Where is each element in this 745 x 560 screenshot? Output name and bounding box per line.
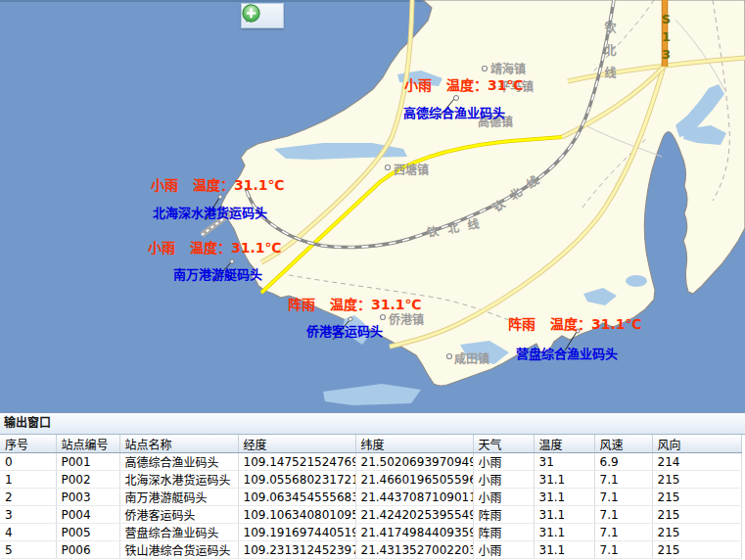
column-header-3[interactable]: 经度 (238, 435, 355, 453)
table-cell: 21.4242025395549 (355, 506, 473, 524)
table-cell: 小雨 (473, 453, 534, 471)
table-cell: 21.4437087109011 (355, 489, 473, 506)
table-cell: 109.191697440519 (238, 524, 355, 541)
column-header-1[interactable]: 站点编号 (56, 435, 119, 453)
table-cell: 3 (0, 506, 56, 524)
table-cell: 7.1 (594, 471, 652, 489)
column-header-7[interactable]: 风速 (594, 435, 652, 453)
map-base (0, 0, 745, 412)
column-header-4[interactable]: 纬度 (355, 435, 473, 453)
panel-title: 输出窗口 (0, 413, 745, 435)
table-cell: 2 (0, 489, 56, 506)
table-cell: 21.4313527002203 (355, 541, 473, 559)
table-cell: 215 (652, 489, 741, 506)
table-cell: 31.1 (534, 489, 594, 506)
table-cell: 侨港客运码头 (119, 506, 238, 524)
table-cell: 阵雨 (473, 506, 534, 524)
table-cell: 7.1 (594, 524, 652, 541)
table-cell: 6.9 (594, 453, 652, 471)
table-cell: 109.063454555683 (238, 489, 355, 506)
route-label-s13: S13 (659, 12, 674, 65)
table-header-row: 序号站点编号站点名称经度纬度天气温度风速风向 (0, 435, 741, 453)
table-cell: 0 (0, 453, 56, 471)
table-cell: 215 (652, 524, 741, 541)
table-row[interactable]: 4P005营盘综合渔业码头109.19169744051921.41749844… (0, 524, 741, 541)
table-cell: 109.231312452397 (238, 541, 355, 559)
table-cell: 215 (652, 541, 741, 559)
table-cell: P003 (56, 489, 119, 506)
table-cell: 21.4660196505596 (355, 471, 473, 489)
table-cell: 21.5020693970949 (355, 453, 473, 471)
table-cell: P005 (56, 524, 119, 541)
table-cell: 7.1 (594, 489, 652, 506)
table-cell: P004 (56, 506, 119, 524)
column-header-0[interactable]: 序号 (0, 435, 56, 453)
table-cell: 北海深水港货运码头 (119, 471, 238, 489)
table-cell: 5 (0, 541, 56, 559)
table-cell: 31.1 (534, 471, 594, 489)
table-cell: P001 (56, 453, 119, 471)
table-cell: 215 (652, 471, 741, 489)
table-cell: 小雨 (473, 471, 534, 489)
column-header-2[interactable]: 站点名称 (119, 435, 238, 453)
column-header-5[interactable]: 天气 (473, 435, 534, 453)
column-header-6[interactable]: 温度 (534, 435, 594, 453)
column-header-8[interactable]: 风向 (652, 435, 741, 453)
table-cell: 109.147521524769 (238, 453, 355, 471)
table-cell: 7.1 (594, 541, 652, 559)
table-row[interactable]: 5P006铁山港综合货运码头109.23131245239721.4313527… (0, 541, 741, 559)
table-cell: 营盘综合渔业码头 (119, 524, 238, 541)
table-cell: 7.1 (594, 506, 652, 524)
table-cell: P006 (56, 541, 119, 559)
table-cell: P002 (56, 471, 119, 489)
table-cell: 214 (652, 453, 741, 471)
table-row[interactable]: 2P003南万港游艇码头109.06345455568321.443708710… (0, 489, 741, 506)
table-cell: 31.1 (534, 506, 594, 524)
table-row[interactable]: 3P004侨港客运码头109.10634080109521.4242025395… (0, 506, 741, 524)
map-viewport[interactable]: S13 钦北线 钦北线 钦北线 靖海镇 平马镇 高德镇 西塘镇 侨港镇 咸田镇 … (0, 0, 745, 412)
table-cell: 109.106340801095 (238, 506, 355, 524)
table-cell: 31.1 (534, 524, 594, 541)
output-panel: 输出窗口 序号站点编号站点名称经度纬度天气温度风速风向 0P001高德综合渔业码… (0, 412, 745, 560)
plus-icon (242, 4, 260, 23)
table-cell: 21.4174984409359 (355, 524, 473, 541)
map-toolbar (241, 3, 284, 28)
table-cell: 31 (534, 453, 594, 471)
table-cell: 小雨 (473, 541, 534, 559)
table-cell: 31.1 (534, 541, 594, 559)
table-cell: 南万港游艇码头 (119, 489, 238, 506)
table-cell: 215 (652, 506, 741, 524)
table-cell: 1 (0, 471, 56, 489)
add-layer-button[interactable] (253, 7, 271, 25)
table-cell: 4 (0, 524, 56, 541)
table-row[interactable]: 1P002北海深水港货运码头109.05568023172121.4660196… (0, 471, 741, 489)
table-cell: 阵雨 (473, 524, 534, 541)
output-table: 序号站点编号站点名称经度纬度天气温度风速风向 0P001高德综合渔业码头109.… (0, 435, 742, 559)
table-cell: 小雨 (473, 489, 534, 506)
table-row[interactable]: 0P001高德综合渔业码头109.14752152476921.50206939… (0, 453, 741, 471)
table-cell: 109.055680231721 (238, 471, 355, 489)
table-cell: 高德综合渔业码头 (119, 453, 238, 471)
table-cell: 铁山港综合货运码头 (119, 541, 238, 559)
